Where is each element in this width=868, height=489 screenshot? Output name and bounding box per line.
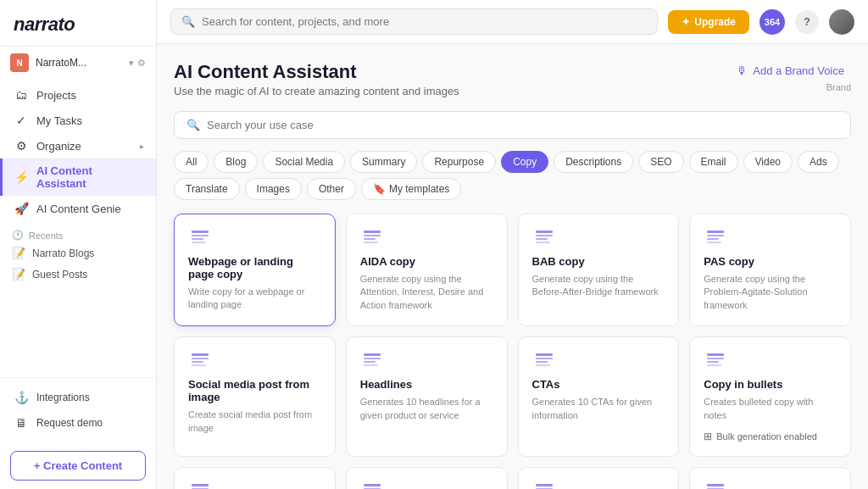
upgrade-button[interactable]: ✦ Upgrade [668, 10, 749, 34]
svg-rect-15 [707, 242, 721, 243]
svg-rect-1 [192, 235, 209, 236]
global-search-input[interactable] [202, 15, 647, 28]
svg-rect-21 [364, 358, 381, 359]
card-bab[interactable]: BAB copy Generate copy using the Before-… [518, 214, 680, 326]
workspace-avatar: N [10, 53, 29, 72]
filter-video[interactable]: Video [743, 151, 793, 173]
card-icon [360, 228, 384, 247]
filter-translate[interactable]: Translate [174, 178, 240, 200]
svg-rect-40 [536, 484, 553, 486]
recents-item-blogs[interactable]: 📝 Narrato Blogs [0, 242, 156, 264]
search-usecase-box[interactable]: 🔍 [174, 111, 851, 139]
card-short-ad[interactable]: Short Ad Copy [689, 467, 851, 489]
create-content-button[interactable]: + Create Content [10, 451, 146, 481]
filter-images[interactable]: Images [245, 178, 302, 200]
workspace-selector[interactable]: N NarratoM... ▾ ⚙ [0, 47, 156, 79]
svg-rect-8 [536, 231, 553, 233]
sidebar-item-label: My Tasks [36, 114, 82, 127]
sidebar-bottom: ⚓ Integrations 🖥 Request demo [0, 377, 156, 442]
star-icon: ✦ [682, 16, 690, 28]
card-customer-case[interactable]: Customer case study [174, 467, 336, 489]
svg-rect-9 [536, 235, 553, 236]
svg-rect-29 [707, 358, 724, 359]
nav-items: 🗂 Projects ✓ My Tasks ⚙ Organize ▸ ⚡ AI … [0, 79, 156, 377]
sidebar-item-projects[interactable]: 🗂 Projects [0, 82, 156, 108]
card-icon [188, 351, 212, 370]
create-btn-container: + Create Content [0, 442, 156, 489]
card-headlines[interactable]: Headlines Generates 10 headlines for a g… [346, 336, 508, 457]
add-brand-voice-button[interactable]: 🎙 Add a Brand Voice [730, 61, 851, 81]
svg-rect-36 [364, 484, 381, 486]
content-area: AI Content Assistant Use the magic of AI… [157, 44, 868, 489]
svg-rect-28 [707, 353, 724, 356]
filter-blog[interactable]: Blog [214, 151, 258, 173]
svg-rect-6 [364, 238, 376, 240]
card-desc: Create social media post from image [188, 408, 321, 435]
card-desc: Generates 10 CTAs for given information [532, 396, 665, 422]
svg-rect-16 [192, 353, 209, 356]
filter-all[interactable]: All [174, 151, 209, 173]
svg-rect-17 [192, 358, 209, 359]
filter-repurpose[interactable]: Repurpose [422, 151, 496, 173]
sidebar-item-tasks[interactable]: ✓ My Tasks [0, 108, 156, 133]
app-logo: narrato [14, 14, 142, 36]
recents-item-guest[interactable]: 📝 Guest Posts [0, 264, 156, 285]
bulk-label: Bulk generation enabled [716, 431, 817, 442]
card-title: AIDA copy [360, 255, 493, 268]
brand-label: Brand [730, 82, 851, 92]
card-title: BAB copy [532, 255, 665, 268]
card-ctas[interactable]: CTAs Generates 10 CTAs for given informa… [518, 336, 680, 457]
tasks-icon: ✓ [14, 114, 28, 127]
filter-descriptions[interactable]: Descriptions [554, 151, 633, 173]
recents-label: 🕐 Recents [0, 225, 156, 242]
sidebar-item-label: Integrations [36, 392, 90, 403]
filter-social[interactable]: Social Media [263, 151, 345, 173]
card-brochure[interactable]: Brochure [518, 467, 680, 489]
projects-icon: 🗂 [14, 88, 28, 102]
card-desc: Generate copy using the Problem-Agitate-… [704, 273, 837, 312]
cards-grid: Webpage or landing page copy Write copy … [174, 214, 851, 489]
card-webpage-copy[interactable]: Webpage or landing page copy Write copy … [174, 214, 336, 326]
filter-copy[interactable]: Copy [501, 151, 548, 173]
search-icon: 🔍 [186, 119, 200, 131]
card-icon [188, 481, 212, 489]
filter-other[interactable]: Other [307, 178, 356, 200]
brand-voice-label: Add a Brand Voice [753, 64, 844, 77]
chevron-down-icon[interactable]: ▾ [129, 58, 134, 69]
svg-rect-23 [364, 364, 378, 366]
card-aida[interactable]: AIDA copy Generate copy using the Attent… [346, 214, 508, 326]
bookmark-icon: 🔖 [373, 183, 386, 195]
sidebar-item-label: Organize [36, 140, 81, 153]
filter-ads[interactable]: Ads [798, 151, 839, 173]
sidebar-item-request-demo[interactable]: 🖥 Request demo [0, 410, 156, 436]
sidebar-item-ai-assistant[interactable]: ⚡ AI Content Assistant [0, 158, 156, 196]
search-usecase-input[interactable] [207, 119, 838, 131]
settings-icon[interactable]: ⚙ [137, 58, 146, 69]
card-pas[interactable]: PAS copy Generate copy using the Problem… [689, 214, 851, 326]
svg-rect-18 [192, 361, 203, 363]
anchor-icon: ⚓ [14, 391, 28, 404]
filter-my-templates[interactable]: 🔖 My templates [361, 178, 461, 200]
notification-badge[interactable]: 364 [760, 9, 785, 35]
card-copy-bullets[interactable]: Copy in bullets Creates bulleted copy wi… [689, 336, 851, 457]
card-icon [360, 351, 384, 370]
card-title: CTAs [532, 378, 665, 391]
help-button[interactable]: ? [795, 10, 819, 34]
svg-rect-31 [707, 364, 721, 366]
lightning-icon: ⚡ [14, 170, 28, 184]
logo-area: narrato [0, 0, 156, 47]
global-search-box[interactable]: 🔍 [170, 8, 658, 35]
recents-section: 🕐 Recents 📝 Narrato Blogs 📝 Guest Posts [0, 221, 156, 288]
card-seo-meta[interactable]: SEO meta description [346, 467, 508, 489]
user-avatar[interactable] [829, 9, 854, 35]
card-icon [532, 228, 556, 247]
card-social-image[interactable]: Social media post from image Create soci… [174, 336, 336, 457]
mic-icon: 🎙 [737, 64, 748, 77]
sidebar-item-ai-genie[interactable]: 🚀 AI Content Genie [0, 196, 156, 221]
sidebar-item-integrations[interactable]: ⚓ Integrations [0, 385, 156, 410]
filter-summary[interactable]: Summary [350, 151, 417, 173]
filter-seo[interactable]: SEO [638, 151, 683, 173]
topbar: 🔍 ✦ Upgrade 364 ? [157, 0, 868, 44]
filter-email[interactable]: Email [689, 151, 738, 173]
sidebar-item-organize[interactable]: ⚙ Organize ▸ [0, 133, 156, 158]
